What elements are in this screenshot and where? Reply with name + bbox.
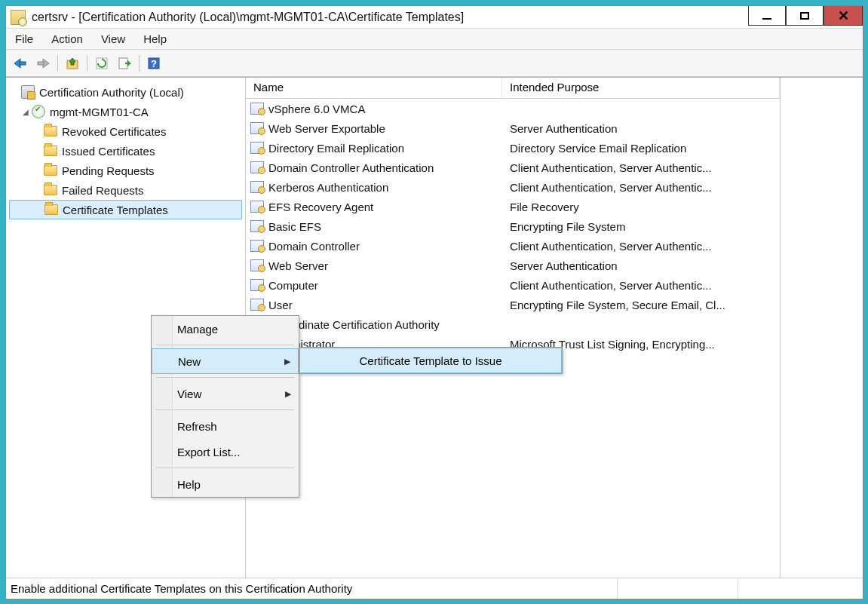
template-icon: [250, 201, 264, 213]
svg-rect-1: [38, 62, 44, 65]
list-pane: Name Intended Purpose vSphere 6.0 VMCAWe…: [246, 78, 780, 578]
toolbar-separator: [139, 55, 140, 72]
back-button[interactable]: [11, 54, 30, 73]
menu-help[interactable]: Help: [139, 31, 171, 47]
ctx-new-template[interactable]: Certificate Template to Issue: [299, 348, 562, 373]
template-icon: [250, 161, 264, 173]
list-item[interactable]: Web ServerServer Authentication: [246, 256, 780, 275]
tree-root[interactable]: Certification Authority (Local): [9, 82, 242, 102]
template-name: EFS Recovery Agent: [268, 201, 373, 213]
toolbar-separator: [57, 55, 58, 72]
tree-node-failed-requests[interactable]: Failed Requests: [9, 180, 242, 200]
list-item[interactable]: vSphere 6.0 VMCA: [246, 99, 780, 118]
template-purpose: Encrypting File System, Secure Email, Cl…: [502, 299, 780, 311]
svg-text:?: ?: [151, 58, 157, 69]
template-name: Domain Controller Authentication: [268, 161, 434, 174]
folder-icon: [44, 185, 57, 195]
expander-icon[interactable]: ◢: [20, 108, 32, 116]
template-name: Web Server: [268, 259, 328, 272]
list-item[interactable]: Basic EFSEncrypting File System: [246, 216, 780, 236]
folder-icon: [44, 146, 57, 156]
tree-ca[interactable]: ◢ mgmt-MGMT01-CA: [9, 102, 242, 121]
ca-root-icon: [21, 85, 35, 99]
template-purpose: Client Authentication, Server Authentic.…: [502, 279, 780, 292]
tree-node-label: Pending Requests: [62, 164, 155, 177]
list-item[interactable]: ComputerClient Authentication, Server Au…: [246, 275, 780, 295]
tree-node-label: Issued Certificates: [62, 145, 155, 158]
list-body: vSphere 6.0 VMCAWeb Server ExportableSer…: [246, 99, 780, 578]
tree-node-label: Certificate Templates: [63, 204, 168, 216]
menu-file[interactable]: File: [11, 31, 38, 47]
help-button[interactable]: ?: [144, 54, 164, 73]
menu-view[interactable]: View: [97, 31, 130, 47]
list-item[interactable]: Kerberos AuthenticationClient Authentica…: [246, 177, 780, 197]
template-name: Kerberos Authentication: [268, 181, 388, 194]
toolbar: ?: [6, 50, 863, 77]
chevron-right-icon: ▶: [284, 357, 290, 366]
up-button[interactable]: [63, 54, 82, 73]
statusbar: Enable additional Certificate Templates …: [6, 578, 863, 599]
export-button[interactable]: [115, 54, 134, 73]
tree-node-certificate-templates[interactable]: Certificate Templates: [9, 200, 242, 219]
context-menu: Manage New▶ View▶ Refresh Export List...…: [151, 315, 299, 498]
toolbar-separator: [87, 55, 87, 72]
tree-root-label: Certification Authority (Local): [39, 86, 184, 99]
template-icon: [250, 181, 264, 193]
template-purpose: Encrypting File System: [502, 220, 780, 233]
svg-rect-0: [20, 62, 26, 65]
tree-node-pending-requests[interactable]: Pending Requests: [9, 161, 242, 180]
list-item[interactable]: Directory Email ReplicationDirectory Ser…: [246, 138, 780, 158]
template-purpose: Client Authentication, Server Authentic.…: [502, 161, 780, 174]
tree-node-label: Failed Requests: [62, 184, 143, 197]
tree-ca-label: mgmt-MGMT01-CA: [50, 106, 149, 118]
template-purpose: Client Authentication, Server Authentic.…: [502, 181, 780, 194]
ca-icon: [32, 105, 45, 118]
template-name: Basic EFS: [268, 220, 321, 233]
window-title: certsrv - [Certification Authority (Loca…: [32, 11, 748, 24]
ctx-refresh[interactable]: Refresh: [152, 413, 299, 439]
template-purpose: Directory Service Email Replication: [502, 142, 780, 155]
tree-node-label: Revoked Certificates: [62, 125, 166, 138]
refresh-button[interactable]: [92, 54, 112, 73]
chevron-right-icon: ▶: [285, 389, 291, 399]
ctx-view[interactable]: View▶: [152, 381, 299, 406]
column-purpose[interactable]: Intended Purpose: [502, 78, 780, 98]
template-name: vSphere 6.0 VMCA: [268, 103, 365, 115]
list-header: Name Intended Purpose: [246, 78, 780, 99]
app-window: certsrv - [Certification Authority (Loca…: [5, 5, 863, 599]
minimize-button[interactable]: [748, 6, 786, 26]
template-icon: [250, 122, 264, 134]
template-purpose: File Recovery: [502, 201, 780, 213]
forward-button[interactable]: [33, 54, 53, 73]
template-name: Computer: [268, 279, 318, 292]
list-item[interactable]: UserEncrypting File System, Secure Email…: [246, 295, 780, 314]
menu-action[interactable]: Action: [47, 31, 87, 47]
template-purpose: Server Authentication: [502, 259, 780, 272]
list-item[interactable]: Domain Controller AuthenticationClient A…: [246, 158, 780, 177]
ctx-manage[interactable]: Manage: [152, 316, 299, 342]
template-purpose: Server Authentication: [502, 122, 780, 135]
ctx-export[interactable]: Export List...: [152, 439, 299, 464]
list-item[interactable]: EFS Recovery AgentFile Recovery: [246, 197, 780, 216]
folder-icon: [44, 204, 58, 215]
list-item[interactable]: Subordinate Certification Authority: [246, 314, 780, 334]
content-area: Certification Authority (Local) ◢ mgmt-M…: [6, 77, 863, 578]
column-name[interactable]: Name: [246, 78, 502, 98]
status-cell: [617, 578, 738, 599]
template-icon: [250, 299, 264, 311]
list-item[interactable]: Web Server ExportableServer Authenticati…: [246, 118, 780, 138]
folder-icon: [44, 126, 57, 136]
ctx-new[interactable]: New▶: [152, 348, 299, 374]
list-item[interactable]: Domain ControllerClient Authentication, …: [246, 236, 780, 256]
template-icon: [250, 220, 264, 232]
tree-node-issued-certificates[interactable]: Issued Certificates: [9, 141, 242, 161]
template-icon: [250, 142, 264, 154]
template-name: Domain Controller: [268, 240, 360, 253]
tree-node-revoked-certificates[interactable]: Revoked Certificates: [9, 121, 242, 141]
maximize-button[interactable]: [786, 6, 824, 26]
ctx-help[interactable]: Help: [152, 471, 299, 497]
app-icon: [11, 10, 26, 25]
template-icon: [250, 259, 264, 271]
close-button[interactable]: ✕: [824, 6, 863, 26]
titlebar: certsrv - [Certification Authority (Loca…: [6, 6, 863, 29]
